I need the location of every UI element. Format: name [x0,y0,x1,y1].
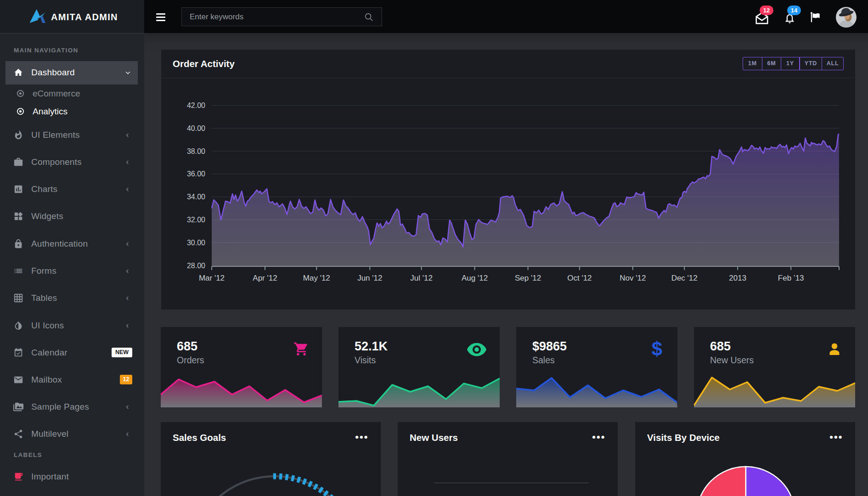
svg-text:Nov '12: Nov '12 [620,274,646,282]
svg-text:Jun '12: Jun '12 [357,274,382,282]
svg-text:Jul '12: Jul '12 [410,274,433,282]
svg-text:30.00: 30.00 [187,239,205,247]
svg-text:Aug '12: Aug '12 [462,274,488,282]
svg-text:Feb ’13: Feb ’13 [778,274,804,282]
svg-text:40.00: 40.00 [187,124,205,132]
svg-text:38.00: 38.00 [187,147,205,155]
svg-text:36.00: 36.00 [187,170,205,178]
svg-text:Sep '12: Sep '12 [515,274,541,282]
svg-text:2013: 2013 [729,274,746,282]
svg-text:Apr '12: Apr '12 [253,274,277,282]
svg-text:May '12: May '12 [303,274,330,282]
svg-text:Dec '12: Dec '12 [671,274,698,282]
svg-text:42.00: 42.00 [187,101,205,109]
svg-text:28.00: 28.00 [187,262,205,270]
svg-text:Oct '12: Oct '12 [567,274,592,282]
svg-text:34.00: 34.00 [187,193,205,201]
svg-text:32.00: 32.00 [187,216,205,224]
svg-text:Mar '12: Mar '12 [199,274,225,282]
